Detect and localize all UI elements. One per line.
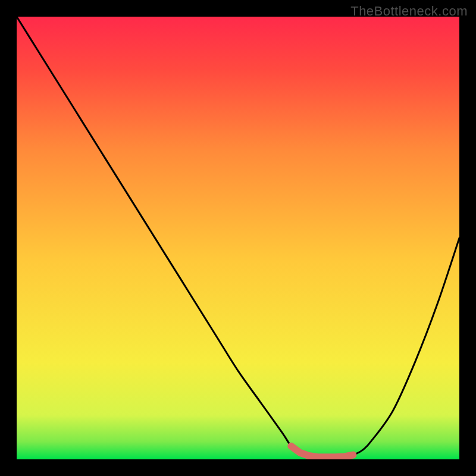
watermark-text: TheBottleneck.com	[350, 4, 468, 19]
chart-frame: TheBottleneck.com	[0, 0, 476, 476]
gradient-background	[17, 17, 459, 459]
plot-area	[17, 17, 459, 459]
chart-svg	[17, 17, 459, 459]
